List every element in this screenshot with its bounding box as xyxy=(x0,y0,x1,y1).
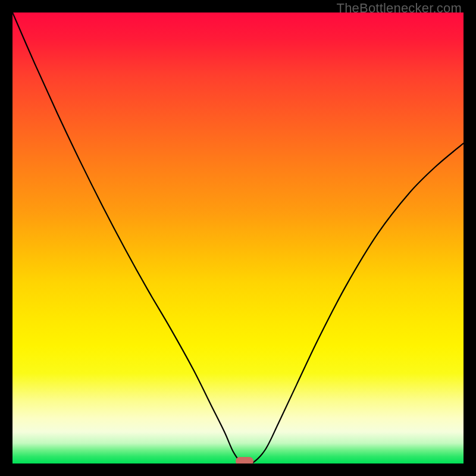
bottleneck-curve xyxy=(12,12,464,464)
chart-frame: TheBottlenecker.com xyxy=(0,0,476,476)
optimum-marker xyxy=(236,457,253,464)
watermark-text: TheBottlenecker.com xyxy=(337,1,462,16)
curve-path xyxy=(12,12,464,464)
plot-area xyxy=(12,12,464,464)
